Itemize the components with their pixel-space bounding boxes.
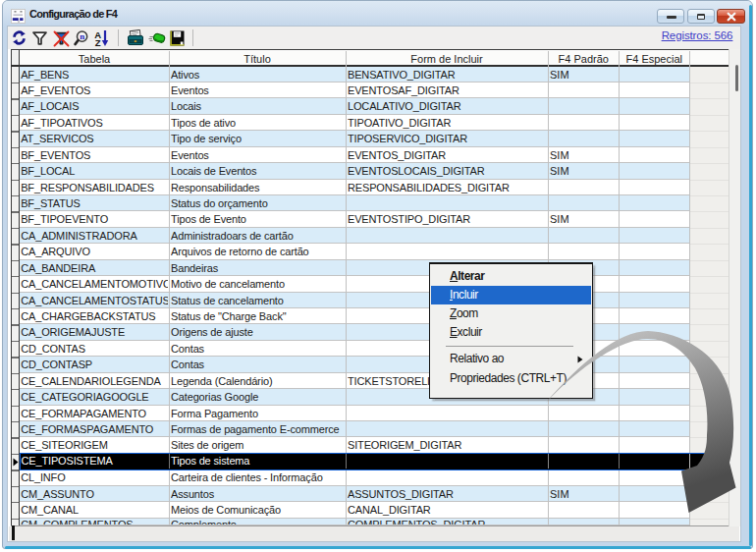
svg-text:n: n	[80, 31, 84, 41]
svg-text:Z: Z	[95, 37, 101, 47]
